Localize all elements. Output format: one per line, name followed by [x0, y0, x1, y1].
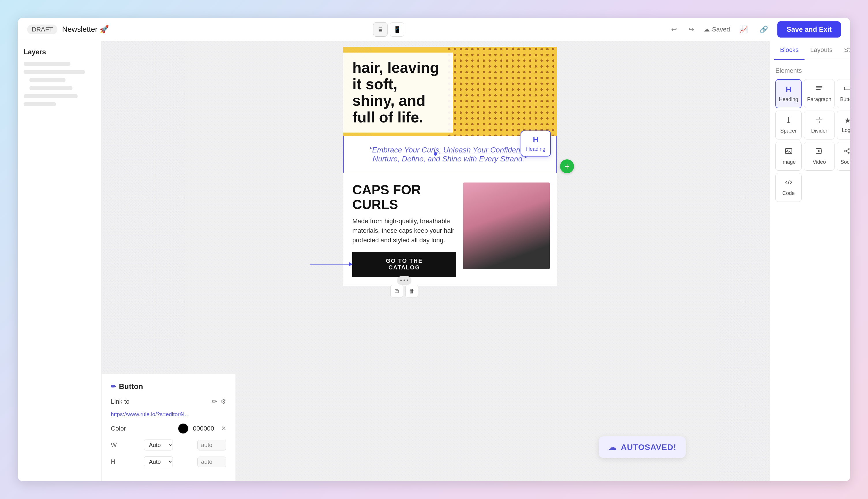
redo-button[interactable]: ↪: [686, 23, 696, 36]
elements-title: Elements: [775, 67, 844, 74]
button-element-icon: [844, 85, 850, 94]
heading-element-icon: H: [785, 85, 791, 94]
height-label: H: [111, 458, 119, 465]
color-clear-button[interactable]: ✕: [221, 425, 226, 432]
code-element-icon: [785, 179, 792, 188]
undo-button[interactable]: ↩: [669, 23, 679, 36]
edit-icon: ✏: [111, 383, 116, 390]
paragraph-element-icon: [816, 85, 823, 94]
svg-line-17: [846, 149, 849, 151]
draft-badge: DRAFT: [27, 25, 58, 34]
product-desc: Made from high-quality, breathable mater…: [352, 216, 456, 245]
autosaved-text: AUTOSAVED!: [621, 443, 676, 452]
width-row: W Auto Fixed Full: [111, 439, 226, 450]
product-info: CAPS FOR CURLS Made from high-quality, b…: [352, 183, 463, 277]
divider-element-icon: [816, 116, 823, 126]
svg-point-15: [845, 150, 846, 152]
topbar-right: ↩ ↪ ☁ Saved 📈 🔗 Save and Exit: [669, 21, 841, 38]
product-image: [463, 183, 550, 269]
social-element-icon: [844, 147, 850, 157]
color-swatch[interactable]: [178, 423, 188, 434]
topbar: DRAFT Newsletter 🚀 🖥 📱 ↩ ↪ ☁ Saved 📈 🔗 S…: [18, 18, 850, 41]
element-heading[interactable]: H Heading: [775, 79, 802, 108]
color-label: Color: [111, 425, 126, 432]
edit-link-button[interactable]: ✏: [212, 398, 217, 405]
element-code[interactable]: Code: [775, 173, 802, 202]
autosaved-toast: ☁ AUTOSAVED!: [599, 436, 685, 458]
link-row: Link to ✏ ⚙: [111, 398, 226, 405]
selection-line: [436, 154, 520, 154]
element-social[interactable]: Social: [837, 142, 850, 171]
share-button[interactable]: 🔗: [757, 23, 770, 36]
logo-element-icon: ★: [844, 116, 850, 125]
autosaved-icon: ☁: [608, 442, 617, 452]
delete-button-icon[interactable]: 🗑: [405, 285, 418, 297]
arrow-head: [349, 262, 353, 266]
height-row: H Auto Fixed: [111, 456, 226, 467]
list-item[interactable]: [24, 94, 78, 98]
link-label: Link to: [111, 398, 129, 405]
element-video[interactable]: Video: [804, 142, 834, 171]
link-value-row: https://www.rule.io/?s=editor&id=321...: [111, 411, 226, 417]
list-item[interactable]: [29, 78, 65, 82]
tab-blocks[interactable]: Blocks: [774, 41, 805, 60]
heading-drag-element[interactable]: H Heading: [520, 131, 551, 157]
analytics-button[interactable]: 📈: [737, 23, 750, 36]
element-logo[interactable]: ★ Logo: [837, 111, 850, 139]
button-actions: ⧉ 🗑: [390, 285, 418, 297]
product-section: CAPS FOR CURLS Made from high-quality, b…: [343, 173, 557, 286]
svg-line-18: [846, 151, 849, 153]
element-divider[interactable]: Divider: [804, 111, 834, 139]
mobile-icon: 📱: [393, 26, 401, 33]
list-item[interactable]: [29, 86, 73, 90]
height-input[interactable]: [197, 457, 226, 467]
save-exit-button[interactable]: Save and Exit: [777, 21, 841, 38]
quote-text: "Embrace Your Curls, Unleash Your Confid…: [355, 146, 544, 163]
hero-heading: hair, leaving it soft, shiny, and full o…: [352, 60, 443, 126]
heading-drag-h: H: [533, 135, 539, 144]
add-element-button[interactable]: +: [560, 159, 574, 173]
desktop-view-button[interactable]: 🖥: [373, 22, 388, 37]
tab-layouts[interactable]: Layouts: [805, 41, 838, 60]
svg-line-19: [788, 180, 789, 184]
desktop-icon: 🖥: [377, 26, 383, 33]
svg-point-14: [849, 148, 850, 150]
hero-pattern: [447, 47, 557, 136]
button-options[interactable]: • • •: [397, 276, 412, 285]
list-item[interactable]: [24, 102, 56, 106]
element-spacer[interactable]: Spacer: [775, 111, 802, 139]
main-window: DRAFT Newsletter 🚀 🖥 📱 ↩ ↪ ☁ Saved 📈 🔗 S…: [18, 18, 850, 481]
svg-point-16: [849, 152, 850, 154]
width-label: W: [111, 441, 119, 449]
element-button[interactable]: Button: [837, 79, 850, 108]
hero-text-box: hair, leaving it soft, shiny, and full o…: [343, 52, 453, 133]
page-title: Newsletter 🚀: [62, 25, 109, 34]
svg-rect-3: [844, 87, 850, 90]
element-image[interactable]: Image: [775, 142, 802, 171]
element-paragraph[interactable]: Paragraph: [804, 79, 834, 108]
list-item[interactable]: [24, 70, 85, 74]
button-settings-panel: ✏ Button Link to ✏ ⚙ https://www.rule.io…: [102, 374, 236, 481]
canvas-area[interactable]: hair, leaving it soft, shiny, and full o…: [102, 41, 769, 481]
width-input[interactable]: [197, 440, 226, 450]
width-select[interactable]: Auto Fixed Full: [144, 439, 173, 450]
hero-section: hair, leaving it soft, shiny, and full o…: [343, 47, 557, 136]
layers-sidebar: Layers: [18, 41, 102, 481]
arrow-connector: [310, 264, 352, 265]
duplicate-button-icon[interactable]: ⧉: [390, 285, 403, 297]
video-element-icon: [816, 147, 823, 157]
color-picker-row: 000000 ✕: [178, 423, 226, 434]
link-value[interactable]: https://www.rule.io/?s=editor&id=321...: [111, 411, 192, 417]
right-sidebar: Blocks Layouts Styles Elements H Heading: [769, 41, 850, 481]
svg-rect-2: [816, 89, 821, 90]
list-item[interactable]: [24, 62, 71, 66]
height-select[interactable]: Auto Fixed: [144, 456, 173, 467]
hero-background: hair, leaving it soft, shiny, and full o…: [343, 47, 557, 136]
link-icons: ✏ ⚙: [212, 398, 226, 405]
tab-styles[interactable]: Styles: [838, 41, 850, 60]
content-area: Layers hair, leaving it soft, shiny,: [18, 41, 850, 481]
cta-button[interactable]: GO TO THE CATALOG: [352, 252, 456, 277]
link-options-button[interactable]: ⚙: [221, 398, 226, 405]
product-image-bg: [463, 183, 550, 269]
mobile-view-button[interactable]: 📱: [390, 22, 404, 37]
